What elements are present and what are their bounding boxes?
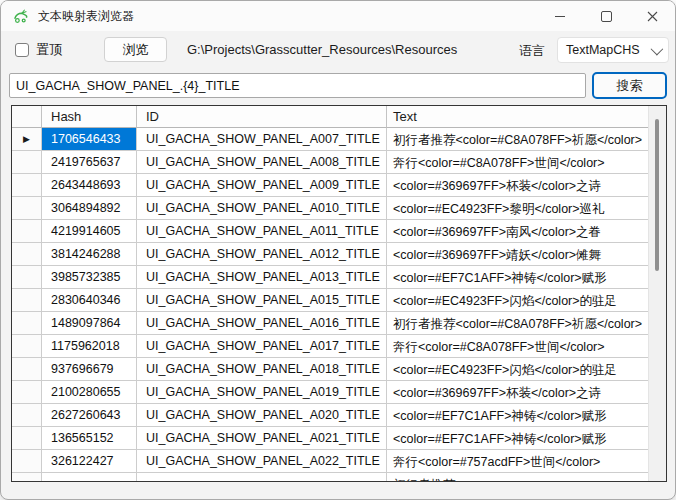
text-cell[interactable]: 奔行<color=#757acdFF>世间</color> <box>387 450 649 473</box>
text-cell[interactable]: <color=#369697FF>靖妖</color>傩舞 <box>387 243 649 266</box>
id-cell[interactable]: UI_GACHA_SHOW_PANEL_A018_TITLE <box>137 358 387 381</box>
table-row: 1489097864UI_GACHA_SHOW_PANEL_A016_TITLE… <box>12 312 649 335</box>
search-input[interactable] <box>9 73 586 98</box>
row-selector[interactable] <box>12 266 42 289</box>
table-row: 2830640346UI_GACHA_SHOW_PANEL_A015_TITLE… <box>12 289 649 312</box>
id-cell[interactable]: UI_GACHA_SHOW_PANEL_A017_TITLE <box>137 335 387 358</box>
row-selector[interactable] <box>12 220 42 243</box>
minimize-button[interactable] <box>537 1 583 31</box>
hash-cell[interactable]: 1175962018 <box>42 335 137 358</box>
row-selector[interactable] <box>12 473 42 481</box>
hash-cell[interactable]: 3064894892 <box>42 197 137 220</box>
table-row: 3985732385UI_GACHA_SHOW_PANEL_A013_TITLE… <box>12 266 649 289</box>
hash-cell[interactable] <box>42 473 137 481</box>
scrollbar-thumb[interactable] <box>655 119 659 271</box>
table-row: 2100280655UI_GACHA_SHOW_PANEL_A019_TITLE… <box>12 381 649 404</box>
text-cell[interactable]: 初行者推荐<color=#C8A078FF>祈愿</color> <box>387 128 649 151</box>
id-cell[interactable]: UI_GACHA_SHOW_PANEL_A019_TITLE <box>137 381 387 404</box>
id-cell[interactable]: UI_GACHA_SHOW_PANEL_A008_TITLE <box>137 151 387 174</box>
row-selector[interactable] <box>12 151 42 174</box>
row-selector[interactable] <box>12 174 42 197</box>
row-selector[interactable] <box>12 427 42 450</box>
corner-header-cell[interactable] <box>12 106 42 128</box>
textmap-table: Hash ID Text ▶1706546433UI_GACHA_SHOW_PA… <box>11 105 667 482</box>
grid-body: ▶1706546433UI_GACHA_SHOW_PANEL_A007_TITL… <box>12 128 649 481</box>
row-selector[interactable] <box>12 289 42 312</box>
row-selector[interactable] <box>12 243 42 266</box>
text-cell[interactable]: 奔行<color=#C8A078FF>世间</color> <box>387 151 649 174</box>
hash-cell[interactable]: 1489097864 <box>42 312 137 335</box>
browse-button[interactable]: 浏览 <box>104 37 167 62</box>
table-row: 2627260643UI_GACHA_SHOW_PANEL_A020_TITLE… <box>12 404 649 427</box>
table-row: 136565152UI_GACHA_SHOW_PANEL_A021_TITLE<… <box>12 427 649 450</box>
text-cell[interactable]: <color=#EC4923FF>闪焰</color>的驻足 <box>387 289 649 312</box>
close-icon <box>647 11 658 22</box>
row-selector[interactable] <box>12 381 42 404</box>
table-row: 2419765637UI_GACHA_SHOW_PANEL_A008_TITLE… <box>12 151 649 174</box>
id-cell[interactable]: UI_GACHA_SHOW_PANEL_A022_TITLE <box>137 450 387 473</box>
app-window: 文本映射表浏览器 置顶 浏览 G:\Projects\Grasscutter_R… <box>0 0 676 500</box>
hash-cell[interactable]: 2830640346 <box>42 289 137 312</box>
id-cell[interactable]: UI_GACHA_SHOW_PANEL_A013_TITLE <box>137 266 387 289</box>
column-header-text[interactable]: Text <box>387 106 649 128</box>
id-cell[interactable]: UI_GACHA_SHOW_PANEL_A009_TITLE <box>137 174 387 197</box>
id-cell[interactable]: UI_GACHA_SHOW_PANEL_A016_TITLE <box>137 312 387 335</box>
column-header-id[interactable]: ID <box>137 106 387 128</box>
vertical-scrollbar[interactable] <box>648 106 666 481</box>
hash-cell[interactable]: 136565152 <box>42 427 137 450</box>
id-cell[interactable]: UI_GACHA_SHOW_PANEL_A012_TITLE <box>137 243 387 266</box>
window-title: 文本映射表浏览器 <box>38 8 134 25</box>
row-selector[interactable] <box>12 450 42 473</box>
hash-cell[interactable]: 1706546433 <box>42 128 137 151</box>
checkbox-icon <box>15 43 29 57</box>
search-button[interactable]: 搜索 <box>592 72 667 99</box>
text-cell[interactable]: <color=#EF7C1AFF>神铸</color>赋形 <box>387 404 649 427</box>
title-bar: 文本映射表浏览器 <box>1 1 675 31</box>
row-selector[interactable] <box>12 404 42 427</box>
text-cell[interactable]: <color=#EC4923FF>黎明</color>巡礼 <box>387 197 649 220</box>
table-row: 3064894892UI_GACHA_SHOW_PANEL_A010_TITLE… <box>12 197 649 220</box>
language-select[interactable]: TextMapCHS <box>557 37 669 63</box>
text-cell[interactable]: 初行者推荐 <box>387 473 649 481</box>
id-cell[interactable]: UI_GACHA_SHOW_PANEL_A020_TITLE <box>137 404 387 427</box>
language-label: 语言 <box>519 42 545 60</box>
row-selector[interactable] <box>12 312 42 335</box>
table-columns-area: Hash ID Text ▶1706546433UI_GACHA_SHOW_PA… <box>12 106 649 481</box>
app-icon <box>12 7 30 25</box>
maximize-button[interactable] <box>583 1 629 31</box>
hash-cell[interactable]: 4219914605 <box>42 220 137 243</box>
row-selector[interactable]: ▶ <box>12 128 42 151</box>
row-selector[interactable] <box>12 335 42 358</box>
hash-cell[interactable]: 2100280655 <box>42 381 137 404</box>
language-select-value: TextMapCHS <box>566 43 640 57</box>
id-cell[interactable]: UI_GACHA_SHOW_PANEL_A015_TITLE <box>137 289 387 312</box>
close-button[interactable] <box>629 1 675 31</box>
text-cell[interactable]: <color=#EF7C1AFF>神铸</color>赋形 <box>387 427 649 450</box>
hash-cell[interactable]: 3985732385 <box>42 266 137 289</box>
id-cell[interactable]: UI_GACHA_SHOW_PANEL_A011_TITLE <box>137 220 387 243</box>
column-header-hash[interactable]: Hash <box>42 106 137 128</box>
id-cell[interactable]: UI_GACHA_SHOW_PANEL_A010_TITLE <box>137 197 387 220</box>
hash-cell[interactable]: 937696679 <box>42 358 137 381</box>
browse-button-label: 浏览 <box>123 41 149 59</box>
hash-cell[interactable]: 2419765637 <box>42 151 137 174</box>
id-cell[interactable]: UI_GACHA_SHOW_PANEL_A007_TITLE <box>137 128 387 151</box>
hash-cell[interactable]: 326122427 <box>42 450 137 473</box>
id-cell[interactable]: UI_GACHA_SHOW_PANEL_A021_TITLE <box>137 427 387 450</box>
text-cell[interactable]: <color=#369697FF>南风</color>之眷 <box>387 220 649 243</box>
row-selector[interactable] <box>12 358 42 381</box>
text-cell[interactable]: 奔行<color=#C8A078FF>世间</color> <box>387 335 649 358</box>
row-selector[interactable] <box>12 197 42 220</box>
minimize-icon <box>555 16 565 17</box>
text-cell[interactable]: <color=#369697FF>杯装</color>之诗 <box>387 174 649 197</box>
text-cell[interactable]: 初行者推荐<color=#C8A078FF>祈愿</color> <box>387 312 649 335</box>
pin-on-top-checkbox[interactable]: 置顶 <box>15 41 62 59</box>
hash-cell[interactable]: 3814246288 <box>42 243 137 266</box>
hash-cell[interactable]: 2643448693 <box>42 174 137 197</box>
table-header-row: Hash ID Text <box>12 106 649 128</box>
hash-cell[interactable]: 2627260643 <box>42 404 137 427</box>
id-cell[interactable] <box>137 473 387 481</box>
text-cell[interactable]: <color=#369697FF>杯装</color>之诗 <box>387 381 649 404</box>
text-cell[interactable]: <color=#EC4923FF>闪焰</color>的驻足 <box>387 358 649 381</box>
text-cell[interactable]: <color=#EF7C1AFF>神铸</color>赋形 <box>387 266 649 289</box>
